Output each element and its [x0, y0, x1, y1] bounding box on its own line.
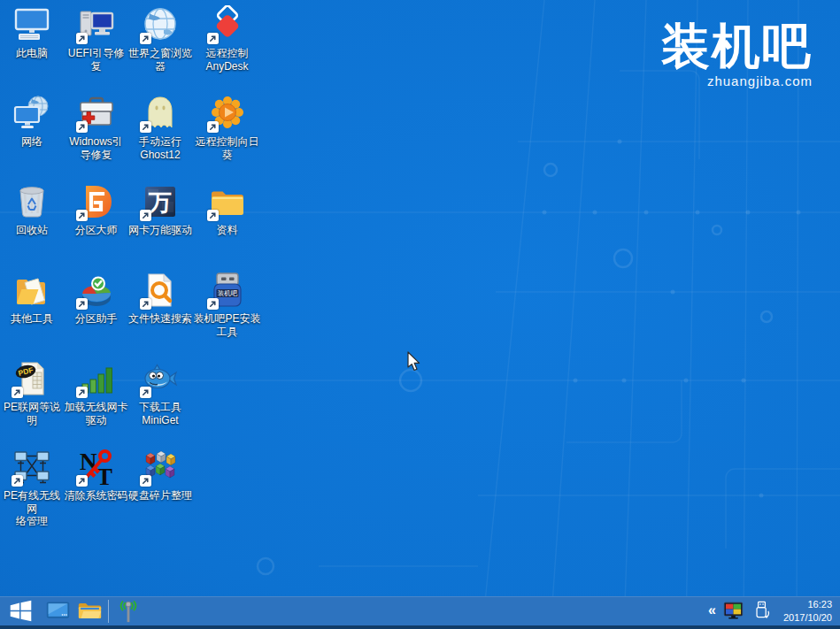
nt-key-icon: N T: [76, 447, 117, 487]
desktop-icon-pe-network-manager[interactable]: PE有线无线网 络管理: [0, 444, 64, 533]
file-explorer-button[interactable]: [73, 596, 105, 625]
shortcut-arrow-icon: [76, 298, 88, 310]
this-pc-icon: [12, 4, 52, 45]
ghost-icon: [140, 93, 181, 134]
signal-bars-icon: [76, 358, 117, 399]
desktop-icon-label: 网络: [21, 135, 42, 149]
pdf-doc-icon: PDF: [12, 358, 52, 399]
usb-eject-tray-icon[interactable]: [751, 600, 773, 622]
desktop-icon-label: 其他工具: [11, 312, 53, 326]
clock-time: 16:23: [779, 598, 832, 610]
folder-icon: [207, 181, 248, 222]
desktop-icon-pe-network-readme[interactable]: PDF PE联网等说明: [0, 356, 64, 444]
shortcut-arrow-icon: [207, 210, 219, 221]
desktop-icon-label: 回收站: [16, 224, 48, 237]
shortcut-arrow-icon: [207, 33, 219, 44]
desktop-icon-zhuangjiba-pe-installer[interactable]: 装机吧 装机吧PE安装 工具: [192, 267, 262, 356]
show-desktop-button[interactable]: [42, 596, 73, 625]
clock-date: 2017/10/20: [779, 611, 832, 624]
shortcut-arrow-icon: [12, 387, 23, 398]
desktop-icon-label: 网卡万能驱动: [128, 224, 192, 237]
brand-domain-text: zhuangjiba.com: [661, 73, 813, 88]
defrag-cubes-icon: [140, 447, 181, 487]
folder-explorer-icon: [77, 598, 103, 624]
desktop-icon-label: 清除系统密码: [65, 489, 128, 502]
uefi-pc-icon: [76, 4, 117, 45]
shortcut-arrow-icon: [140, 121, 151, 133]
desktop-icon-label: 下载工具 MiniGet: [139, 401, 181, 426]
brand-logo: 装机吧 zhuangjiba.com: [661, 21, 813, 88]
desktop-icon-label: PE联网等说明: [0, 401, 64, 426]
recycle-bin-icon: [12, 181, 52, 222]
tray-expand-button[interactable]: «: [708, 603, 716, 619]
desktop-icon-label: Widnows引 导修复: [69, 135, 123, 161]
desktop-icon-universal-nic-driver[interactable]: 万 网卡万能驱动: [128, 179, 192, 267]
desktop-icon-diskgenius[interactable]: 分区大师: [64, 179, 128, 267]
desktop-icon-windows-boot-repair[interactable]: Widnows引 导修复: [64, 90, 128, 179]
file-search-icon: [140, 270, 181, 311]
shortcut-arrow-icon: [140, 298, 151, 310]
desktop-icon-label: 资料: [217, 224, 238, 237]
desktop-icon-clear-password[interactable]: N T 清除系统密码: [64, 444, 128, 533]
shortcut-arrow-icon: [76, 33, 88, 44]
desktop-icon-other-tools[interactable]: 其他工具: [0, 267, 64, 356]
mouse-cursor: [406, 351, 424, 376]
svg-text:T: T: [96, 464, 112, 487]
desktop-icon-label: 世界之窗浏览 器: [128, 47, 192, 73]
wan-driver-icon: 万: [140, 181, 181, 222]
brand-logo-text: 装机吧: [661, 21, 813, 73]
taskbar: «: [0, 596, 840, 629]
sunflower-icon: [207, 93, 248, 134]
partition-pie-icon: [76, 270, 117, 311]
desktop-icon-label: 分区助手: [75, 312, 118, 326]
toolbox-repair-icon: [76, 93, 117, 134]
svg-text:N: N: [80, 449, 97, 475]
desktop-icon-partition-assistant[interactable]: 分区助手: [64, 267, 128, 356]
desktop-icon-disk-defrag[interactable]: 硬盘碎片整理: [128, 444, 192, 533]
shortcut-arrow-icon: [140, 475, 151, 487]
desktop-icon-label: PE有线无线网 络管理: [0, 489, 64, 528]
desktop-icon-label: UEFI引导修复: [64, 47, 128, 73]
desktop-icon-label: 文件快速搜索: [128, 312, 192, 326]
desktop-icon-network[interactable]: 网络: [0, 90, 64, 179]
desktop-icon-uefi-boot-repair[interactable]: UEFI引导修复: [64, 2, 128, 90]
shortcut-arrow-icon: [76, 121, 88, 133]
shortcut-arrow-icon: [140, 33, 151, 44]
globe-browser-icon: [140, 4, 181, 45]
shortcut-arrow-icon: [140, 387, 151, 398]
desktop-icon-sunflower-remote[interactable]: 远程控制向日 葵: [192, 90, 262, 179]
diskgenius-icon: [76, 181, 117, 222]
svg-text:装机吧: 装机吧: [217, 289, 237, 297]
display-color-settings-tray-icon[interactable]: [722, 600, 744, 622]
desktop-icon-this-pc[interactable]: 此电脑: [0, 2, 64, 90]
desktop-icon-anydesk[interactable]: 远程控制 AnyDesk: [192, 2, 262, 90]
taskbar-separator: [108, 600, 109, 623]
desktop-icon-label: 装机吧PE安装 工具: [193, 312, 260, 338]
desktop-icon-file-quick-search[interactable]: 文件快速搜索: [128, 267, 192, 356]
antenna-signal-icon: [115, 598, 142, 625]
taskbar-clock[interactable]: 16:23 2017/10/20: [779, 598, 832, 624]
desktop-icon-recycle-bin[interactable]: 回收站: [0, 179, 64, 267]
shortcut-arrow-icon: [76, 387, 88, 398]
start-button[interactable]: [0, 596, 42, 625]
desktop-icon-label: 硬盘碎片整理: [128, 489, 192, 502]
desktop-icon-wireless-nic-driver[interactable]: 加载无线网卡 驱动: [64, 356, 128, 444]
network-topology-icon: [12, 447, 52, 487]
shortcut-arrow-icon: [12, 475, 23, 487]
fish-icon: [140, 358, 181, 399]
network-icon: [12, 93, 52, 134]
shortcut-arrow-icon: [207, 298, 219, 310]
shortcut-arrow-icon: [76, 210, 88, 221]
shortcut-arrow-icon: [140, 210, 151, 221]
pe-desktop-screen: 装机吧 zhuangjiba.com 此电脑: [0, 0, 840, 629]
shortcut-arrow-icon: [207, 121, 219, 133]
desktop-icon-theworld-browser[interactable]: 世界之窗浏览 器: [128, 2, 192, 90]
desktop-icon-miniget[interactable]: 下载工具 MiniGet: [128, 356, 192, 444]
desktop-icon-label: 远程控制 AnyDesk: [205, 47, 248, 73]
wireless-network-tool-button[interactable]: [112, 596, 144, 625]
desktop-icon-documents[interactable]: 资料: [192, 179, 262, 267]
desktop-icon-label: 加载无线网卡 驱动: [65, 401, 128, 426]
desktop-icon-ghost12[interactable]: 手动运行 Ghost12: [128, 90, 192, 179]
system-tray: «: [708, 598, 840, 624]
desktop-icon-label: 分区大师: [75, 224, 118, 237]
